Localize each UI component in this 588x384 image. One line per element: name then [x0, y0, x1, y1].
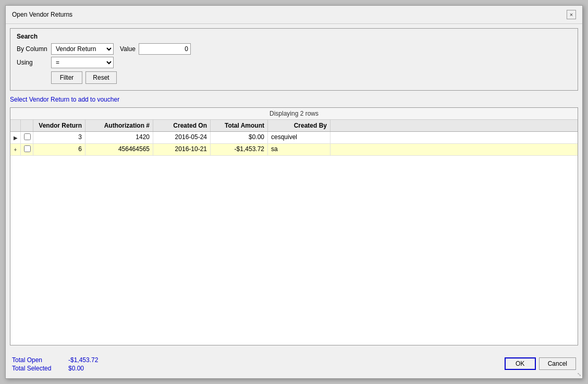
- cell-authorization-2: 456464565: [85, 144, 153, 155]
- cell-total-amount-1: $0.00: [211, 132, 268, 143]
- cell-created-by-2: sa: [268, 144, 330, 155]
- using-select[interactable]: = < > <= >= <>: [51, 57, 114, 68]
- col-checkbox: [21, 120, 33, 131]
- cell-created-on-1: 2016-05-24: [153, 132, 211, 143]
- using-label: Using: [17, 59, 48, 66]
- total-selected-value: $0.00: [68, 365, 110, 372]
- select-label: Select Vendor Return to add to voucher: [10, 95, 578, 104]
- title-bar: Open Vendor Returns ×: [6, 6, 582, 24]
- search-button-row: Filter Reset: [51, 71, 571, 84]
- total-open-value: -$1,453.72: [68, 356, 110, 364]
- col-vendor-return: Vendor Return: [33, 120, 85, 131]
- by-column-row: By Column Vendor Return Authorization # …: [17, 43, 571, 55]
- using-row: Using = < > <= >= <>: [17, 57, 571, 68]
- col-created-on: Created On: [153, 120, 211, 131]
- resize-handle[interactable]: ⤡: [577, 371, 581, 377]
- col-total-amount: Total Amount: [211, 120, 268, 131]
- by-column-select[interactable]: Vendor Return Authorization # Created On…: [51, 43, 114, 55]
- row-indicator-2[interactable]: +: [10, 144, 21, 155]
- total-selected-row: Total Selected $0.00: [12, 365, 110, 372]
- search-group: Search By Column Vendor Return Authoriza…: [10, 28, 578, 91]
- cell-vendor-return-2: 6: [33, 144, 85, 155]
- reset-button[interactable]: Reset: [85, 71, 117, 84]
- search-group-label: Search: [17, 33, 571, 40]
- cell-authorization-1: 1420: [85, 132, 153, 143]
- value-input[interactable]: [139, 43, 191, 55]
- dialog-body: Search By Column Vendor Return Authoriza…: [6, 24, 582, 378]
- by-column-label: By Column: [17, 45, 48, 53]
- ok-button[interactable]: OK: [505, 357, 536, 370]
- grid-header: Vendor Return Authorization # Created On…: [10, 120, 578, 132]
- dialog-title: Open Vendor Returns: [12, 11, 72, 18]
- col-authorization: Authorization #: [85, 120, 153, 131]
- cell-created-by-1: cesquivel: [268, 132, 330, 143]
- row-checkbox-cell-1[interactable]: [21, 132, 33, 143]
- total-open-label: Total Open: [12, 356, 64, 364]
- cancel-button[interactable]: Cancel: [539, 357, 576, 370]
- cell-total-amount-2: -$1,453.72: [211, 144, 268, 155]
- footer-totals: Total Open -$1,453.72 Total Selected $0.…: [12, 356, 110, 372]
- col-created-by: Created By: [268, 120, 330, 131]
- grid-info: Displaying 2 rows: [10, 108, 578, 120]
- row-checkbox-cell-2[interactable]: [21, 144, 33, 155]
- cell-created-on-2: 2016-10-21: [153, 144, 211, 155]
- footer: Total Open -$1,453.72 Total Selected $0.…: [10, 345, 578, 374]
- footer-buttons: OK Cancel: [505, 357, 576, 372]
- value-label: Value: [120, 45, 136, 53]
- dialog-window: Open Vendor Returns × Search By Column V…: [5, 5, 583, 379]
- filter-button[interactable]: Filter: [51, 71, 82, 84]
- row-checkbox-2[interactable]: [24, 145, 31, 152]
- col-indicator: [10, 120, 21, 131]
- table-row: ▶ 3 1420 2016-05-24 $0.00 cesquivel: [10, 132, 578, 144]
- total-selected-label: Total Selected: [12, 365, 64, 372]
- grid-container: Displaying 2 rows Vendor Return Authoriz…: [10, 107, 578, 345]
- row-indicator-1: ▶: [10, 132, 21, 143]
- table-row: + 6 456464565 2016-10-21 -$1,453.72 sa: [10, 144, 578, 156]
- close-button[interactable]: ×: [567, 10, 576, 19]
- cell-vendor-return-1: 3: [33, 132, 85, 143]
- total-open-row: Total Open -$1,453.72: [12, 356, 110, 364]
- grid-body: ▶ 3 1420 2016-05-24 $0.00 cesquivel +: [10, 132, 578, 345]
- row-checkbox-1[interactable]: [24, 133, 31, 140]
